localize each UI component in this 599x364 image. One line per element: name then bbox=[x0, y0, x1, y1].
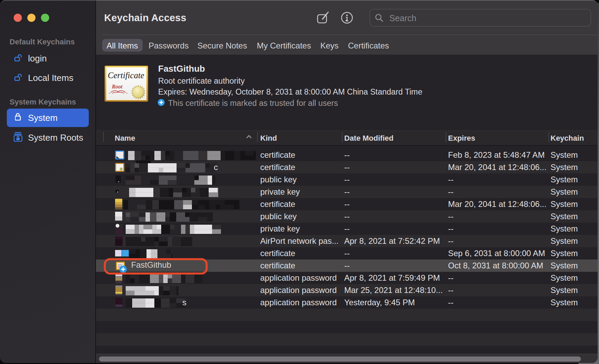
svg-text:Certificate: Certificate bbox=[108, 71, 144, 80]
svg-text:Root: Root bbox=[111, 84, 123, 89]
